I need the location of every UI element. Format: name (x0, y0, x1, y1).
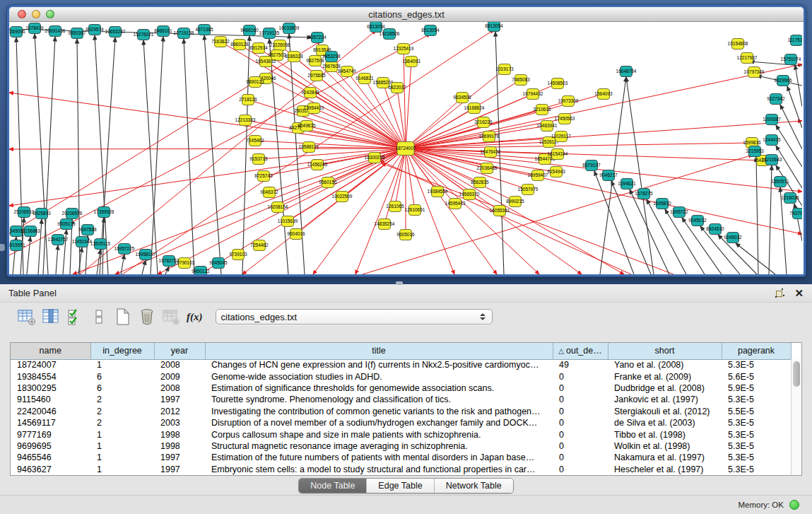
graph-edge[interactable] (143, 40, 158, 274)
graph-edge[interactable] (395, 148, 406, 206)
graph-node[interactable]: 1019173 (495, 64, 514, 75)
graph-node[interactable]: 1209387 (763, 115, 781, 125)
graph-node[interactable]: 9227342 (767, 94, 785, 105)
close-panel-icon[interactable]: ✕ (794, 288, 804, 298)
graph-node[interactable]: 15276021 (134, 30, 154, 40)
graph-node[interactable]: 8649635 (298, 121, 316, 132)
graph-node[interactable]: 1261065 (386, 201, 404, 212)
graph-node[interactable]: 9560156 (319, 177, 337, 188)
graph-node[interactable]: 1678275 (635, 189, 653, 199)
table-cell[interactable]: Franke et al. (2009) (608, 370, 722, 382)
table-cell[interactable]: 1 (90, 428, 154, 440)
table-cell[interactable]: 14569117 (11, 417, 90, 428)
network-window-titlebar[interactable]: citations_edges.txt (9, 7, 804, 22)
graph-node[interactable]: 12213383 (235, 115, 256, 126)
table-cell[interactable]: 1 (90, 359, 154, 370)
graph-node[interactable]: 9827508 (306, 56, 324, 66)
table-cell[interactable]: 5.3E-5 (722, 464, 791, 475)
graph-node[interactable]: 1695810 (653, 199, 671, 209)
graph-edge[interactable] (184, 39, 194, 274)
graph-node[interactable]: 9739103 (229, 250, 247, 260)
delete-columns-icon[interactable] (137, 308, 156, 327)
graph-node[interactable]: 2269096 (9, 27, 25, 37)
table-mode-icon[interactable] (17, 308, 36, 327)
graph-node[interactable]: 8466161 (154, 26, 172, 37)
network-window[interactable]: citations_edges.txt 71638228860128891293… (7, 5, 806, 276)
graph-edge[interactable] (78, 247, 82, 274)
graph-edge[interactable] (115, 148, 406, 274)
graph-edge[interactable] (406, 62, 411, 148)
graph-edge[interactable] (756, 157, 758, 274)
graph-node[interactable]: 9153715 (249, 154, 268, 165)
table-cell[interactable]: Corpus callosum shape and size in male p… (205, 428, 553, 440)
graph-node[interactable]: 10022569 (332, 192, 353, 202)
column-header-short[interactable]: short (608, 343, 722, 359)
table-cell[interactable]: Stergiakouli et al. (2012) (608, 406, 722, 417)
table-cell[interactable]: 1998 (154, 440, 205, 452)
tab-network-table[interactable]: Network Table (435, 479, 513, 493)
table-cell[interactable]: 5.3E-5 (722, 359, 791, 370)
table-cell[interactable]: Tourette syndrome. Phenomenology and cla… (205, 394, 553, 405)
table-cell[interactable]: 18724007 (11, 359, 90, 370)
table-row[interactable]: 1872400712008Changes of HCN gene express… (11, 359, 791, 370)
column-header-in-degree[interactable]: in_degree (90, 343, 154, 359)
table-row[interactable]: 1830029562008Estimation of significance … (11, 382, 791, 394)
graph-node[interactable]: 6822037 (388, 83, 406, 93)
table-cell[interactable]: 9115460 (11, 394, 90, 405)
graph-node[interactable]: 3210616 (533, 105, 551, 115)
table-cell[interactable]: 0 (553, 417, 608, 428)
table-cell[interactable]: 5.3E-5 (722, 428, 791, 440)
graph-node[interactable]: 8357224 (308, 33, 326, 43)
graph-node[interactable]: 9146821 (355, 74, 374, 84)
graph-node[interactable]: 7485083 (512, 75, 530, 86)
table-cell[interactable]: Genome-wide association studies in ADHD. (205, 370, 553, 382)
table-row[interactable]: 946554611997Estimation of the future num… (11, 452, 791, 463)
graph-node[interactable]: 15057975 (518, 185, 539, 195)
graph-node[interactable]: 1244415 (763, 135, 781, 146)
graph-edge[interactable] (248, 100, 406, 148)
graph-node[interactable]: 12325419 (394, 44, 414, 54)
minimize-button[interactable] (32, 10, 40, 18)
table-cell[interactable]: 0 (553, 428, 608, 440)
graph-node[interactable]: 16033809 (279, 23, 300, 34)
function-builder-icon[interactable]: f(x) (187, 311, 203, 323)
graph-node[interactable]: 1216035 (781, 193, 799, 204)
table-cell[interactable]: Investigating the contribution of common… (205, 406, 553, 417)
graph-node[interactable]: 1564093 (594, 89, 613, 100)
graph-node[interactable]: 9046217 (599, 170, 618, 181)
table-cell[interactable]: de Silva et al. (2003) (608, 417, 722, 428)
graph-node[interactable]: 16959407 (528, 170, 548, 181)
graph-node[interactable]: 12610651 (405, 205, 425, 216)
graph-edge[interactable] (242, 148, 406, 274)
table-cell[interactable]: 2 (90, 417, 154, 428)
graph-node[interactable]: 23226058 (270, 40, 290, 51)
table-cell[interactable]: 1997 (154, 464, 205, 475)
graph-node[interactable]: 3216226 (474, 117, 493, 128)
unselect-all-icon[interactable] (89, 308, 108, 327)
graph-node[interactable]: 19384554 (428, 187, 448, 197)
table-row[interactable]: 969969511998Structural magnetic resonanc… (11, 440, 791, 452)
table-cell[interactable]: 6 (90, 370, 154, 382)
graph-node[interactable]: 10699178 (479, 132, 500, 142)
table-cell[interactable]: Structural magnetic resonance image aver… (205, 440, 553, 452)
tab-edge-table[interactable]: Edge Table (367, 479, 434, 493)
table-cell[interactable]: Nakamura et al. (1997) (608, 452, 722, 463)
graph-node[interactable]: 1117534 (788, 35, 802, 46)
graph-edge[interactable] (151, 37, 163, 274)
graph-node[interactable]: 1678439 (25, 23, 44, 34)
graph-edge[interactable] (406, 143, 752, 148)
graph-edge[interactable] (780, 105, 802, 149)
tab-node-table[interactable]: Node Table (299, 479, 367, 493)
table-cell[interactable]: 1 (90, 464, 154, 475)
graph-node[interactable]: 1350571 (771, 177, 789, 187)
graph-edge[interactable] (626, 77, 654, 274)
graph-node[interactable]: 8186328 (285, 52, 303, 62)
graph-node[interactable]: 17359928 (94, 207, 114, 218)
table-cell[interactable]: 5.3E-5 (722, 452, 791, 463)
graph-node[interactable]: 9450122 (192, 267, 210, 275)
graph-node[interactable]: 1094621 (618, 179, 636, 189)
graph-node[interactable]: 10653287 (105, 27, 126, 37)
table-cell[interactable]: 0 (553, 452, 608, 463)
graph-node[interactable]: 9046372 (260, 187, 278, 198)
graph-node[interactable]: 17450563 (555, 114, 575, 124)
